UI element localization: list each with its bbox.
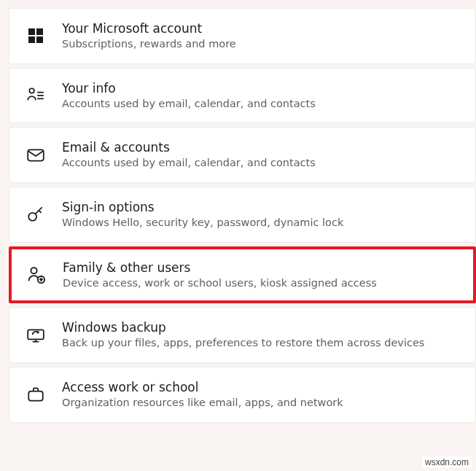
item-signin-options[interactable]: Sign-in options Windows Hello, security …: [9, 187, 476, 243]
item-title: Windows backup: [62, 319, 424, 335]
user-info-icon: [26, 85, 46, 106]
item-subtitle: Subscriptions, rewards and more: [62, 37, 236, 52]
item-subtitle: Accounts used by email, calendar, and co…: [62, 156, 316, 171]
svg-rect-3: [36, 36, 43, 43]
item-title: Email & accounts: [62, 139, 316, 155]
item-text: Windows backup Back up your files, apps,…: [62, 319, 424, 351]
item-title: Your info: [62, 80, 316, 96]
item-subtitle: Windows Hello, security key, password, d…: [62, 216, 343, 230]
mail-icon: [26, 145, 46, 166]
key-icon: [26, 204, 46, 225]
svg-rect-8: [28, 149, 44, 160]
item-family-other-users[interactable]: Family & other users Device access, work…: [9, 246, 476, 304]
item-microsoft-account[interactable]: Your Microsoft account Subscriptions, re…: [9, 8, 476, 64]
item-windows-backup[interactable]: Windows backup Back up your files, apps,…: [9, 307, 476, 363]
svg-rect-0: [28, 28, 35, 35]
item-your-info[interactable]: Your info Accounts used by email, calend…: [9, 68, 476, 124]
item-text: Sign-in options Windows Hello, security …: [62, 199, 343, 230]
svg-rect-2: [28, 36, 35, 43]
family-icon: [26, 265, 47, 285]
item-subtitle: Organization resources like email, apps,…: [62, 396, 343, 410]
item-email-accounts[interactable]: Email & accounts Accounts used by email,…: [9, 127, 476, 183]
item-title: Access work or school: [62, 379, 343, 395]
svg-rect-1: [36, 28, 43, 35]
settings-list: Your Microsoft account Subscriptions, re…: [0, 0, 476, 423]
item-text: Your info Accounts used by email, calend…: [62, 80, 316, 112]
item-text: Family & other users Device access, work…: [63, 260, 377, 291]
item-title: Family & other users: [63, 260, 377, 276]
item-text: Your Microsoft account Subscriptions, re…: [62, 20, 236, 52]
svg-rect-17: [28, 392, 43, 401]
item-title: Your Microsoft account: [62, 20, 236, 36]
item-subtitle: Accounts used by email, calendar, and co…: [62, 97, 316, 112]
backup-icon: [26, 325, 46, 346]
svg-point-9: [28, 213, 36, 221]
item-subtitle: Back up your files, apps, preferences to…: [62, 336, 424, 351]
briefcase-icon: [26, 384, 46, 405]
item-text: Email & accounts Accounts used by email,…: [62, 139, 316, 171]
watermark: wsxdn.com: [422, 456, 472, 468]
item-title: Sign-in options: [62, 199, 343, 215]
svg-point-4: [29, 88, 34, 93]
svg-point-10: [31, 268, 36, 273]
item-text: Access work or school Organization resou…: [62, 379, 343, 410]
microsoft-icon: [26, 26, 46, 46]
item-subtitle: Device access, work or school users, kio…: [63, 276, 377, 291]
item-access-work-school[interactable]: Access work or school Organization resou…: [9, 367, 476, 423]
